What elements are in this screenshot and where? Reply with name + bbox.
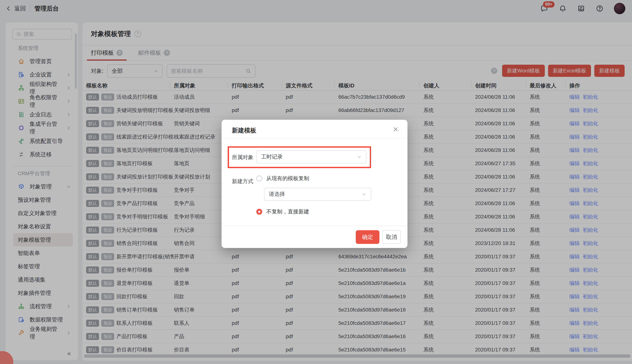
- new-template-modal: 新建模板 所属对象 工时记录 新建方式 从现有的模板复制 请选择 不复制，直接新…: [222, 120, 408, 248]
- object-field-label: 所属对象: [232, 154, 253, 161]
- copy-source-select[interactable]: 请选择: [264, 188, 371, 201]
- radio-copy-existing[interactable]: 从现有的模板复制: [256, 175, 309, 182]
- chevron-down-icon: [357, 154, 362, 159]
- object-select[interactable]: 工时记录: [256, 150, 366, 163]
- confirm-button[interactable]: 确定: [356, 230, 380, 244]
- radio-new-label: 不复制，直接新建: [266, 208, 309, 216]
- cancel-button[interactable]: 取消: [382, 230, 401, 244]
- copy-source-placeholder: 请选择: [269, 190, 285, 198]
- radio-off-icon: [256, 176, 262, 182]
- modal-footer-divider: [222, 226, 408, 226]
- chevron-down-icon: [362, 192, 366, 196]
- modal-divider: [222, 138, 408, 138]
- radio-on-icon: [256, 209, 262, 215]
- object-select-value: 工时记录: [261, 153, 282, 160]
- method-field-label: 新建方式: [232, 178, 253, 185]
- modal-title: 新建模板: [232, 126, 256, 135]
- radio-copy-label: 从现有的模板复制: [266, 175, 309, 182]
- close-icon[interactable]: [392, 126, 399, 133]
- admin-console: 返回 管理后台 99+ 系统管理管理首页企业设置组织架构管理角: [0, 0, 632, 364]
- radio-create-new[interactable]: 不复制，直接新建: [256, 208, 309, 216]
